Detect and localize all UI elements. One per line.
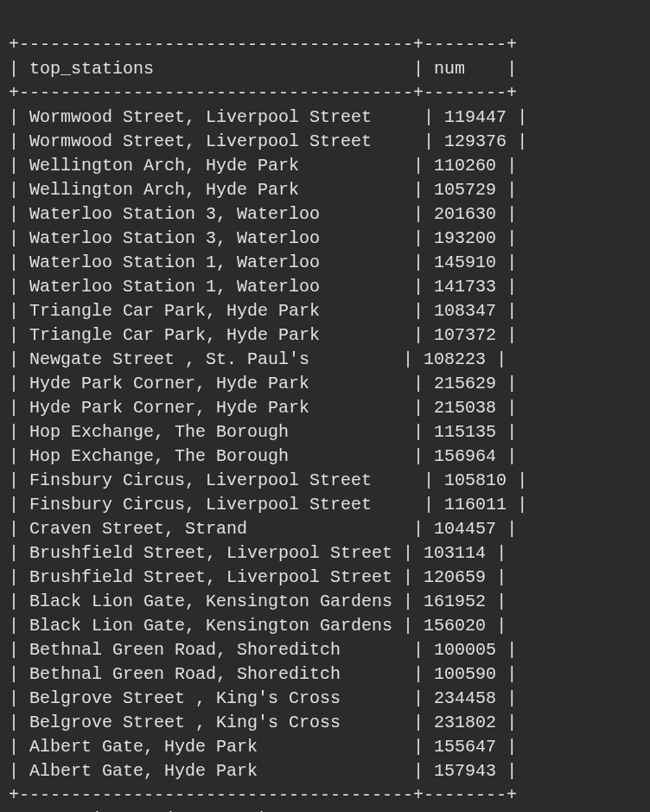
cell-num: 107372 bbox=[434, 325, 496, 345]
cell-station: Brushfield Street, Liverpool Street bbox=[29, 543, 392, 563]
cell-num: 145910 bbox=[434, 253, 496, 272]
cell-station: Waterloo Station 1, Waterloo bbox=[29, 253, 320, 272]
cell-num: 108223 bbox=[424, 349, 486, 369]
cell-station: Wormwood Street, Liverpool Street bbox=[29, 107, 372, 127]
table-row: | Wormwood Street, Liverpool Street | 12… bbox=[9, 131, 527, 151]
cell-station: Hyde Park Corner, Hyde Park bbox=[29, 398, 309, 418]
cell-station: Triangle Car Park, Hyde Park bbox=[29, 325, 320, 345]
cell-num: 215629 bbox=[434, 374, 496, 393]
table-row: | Triangle Car Park, Hyde Park | 107372 … bbox=[9, 325, 517, 345]
cell-station: Craven Street, Strand bbox=[29, 519, 247, 539]
table-row: | Black Lion Gate, Kensington Gardens | … bbox=[9, 591, 507, 611]
cell-station: Wellington Arch, Hyde Park bbox=[29, 180, 299, 200]
cell-num: 108347 bbox=[434, 301, 496, 321]
cell-num: 119447 bbox=[444, 107, 507, 127]
cell-num: 103114 bbox=[424, 543, 486, 563]
cell-num: 161952 bbox=[424, 591, 486, 611]
cell-num: 156964 bbox=[434, 446, 496, 466]
table-row: | Brushfield Street, Liverpool Street | … bbox=[9, 543, 507, 563]
table-row: | Hop Exchange, The Borough | 115135 | bbox=[9, 422, 517, 442]
cell-num: 234458 bbox=[434, 688, 496, 708]
cell-num: 129376 bbox=[444, 131, 507, 151]
table-border-top: +--------------------------------------+… bbox=[9, 35, 517, 54]
cell-station: Hop Exchange, The Borough bbox=[29, 446, 289, 466]
header-col1: top_stations bbox=[29, 59, 154, 79]
cell-num: 105729 bbox=[434, 180, 496, 200]
table-row: | Waterloo Station 3, Waterloo | 193200 … bbox=[9, 228, 517, 248]
cell-num: 157943 bbox=[434, 761, 496, 781]
table-row: | Waterloo Station 3, Waterloo | 201630 … bbox=[9, 204, 517, 224]
cell-num: 110260 bbox=[434, 156, 496, 176]
cell-station: Belgrove Street , King's Cross bbox=[29, 688, 341, 708]
cell-station: Wormwood Street, Liverpool Street bbox=[29, 131, 372, 151]
cell-station: Waterloo Station 3, Waterloo bbox=[29, 204, 320, 224]
header-col2: num bbox=[434, 59, 465, 79]
cell-station: Newgate Street , St. Paul's bbox=[29, 349, 309, 369]
table-row: | Hop Exchange, The Borough | 156964 | bbox=[9, 446, 517, 466]
cell-num: 104457 bbox=[434, 519, 496, 539]
table-row: | Hyde Park Corner, Hyde Park | 215038 | bbox=[9, 398, 517, 418]
cell-station: Finsbury Circus, Liverpool Street bbox=[29, 470, 372, 490]
table-row: | Black Lion Gate, Kensington Gardens | … bbox=[9, 616, 507, 636]
cell-station: Wellington Arch, Hyde Park bbox=[29, 156, 299, 176]
cell-station: Waterloo Station 1, Waterloo bbox=[29, 277, 320, 297]
cell-station: Hop Exchange, The Borough bbox=[29, 422, 289, 442]
table-row: | Finsbury Circus, Liverpool Street | 10… bbox=[9, 470, 527, 490]
table-row: | Bethnal Green Road, Shoreditch | 10059… bbox=[9, 664, 517, 684]
table-border-mid: +--------------------------------------+… bbox=[9, 83, 517, 103]
cell-num: 116011 bbox=[444, 495, 507, 515]
table-row: | Albert Gate, Hyde Park | 155647 | bbox=[9, 737, 517, 757]
table-row: | Finsbury Circus, Liverpool Street | 11… bbox=[9, 495, 527, 515]
cell-station: Belgrove Street , King's Cross bbox=[29, 713, 341, 732]
cell-num: 193200 bbox=[434, 228, 496, 248]
table-row: | Newgate Street , St. Paul's | 108223 | bbox=[9, 349, 507, 369]
table-row: | Wormwood Street, Liverpool Street | 11… bbox=[9, 107, 527, 127]
table-row: | Hyde Park Corner, Hyde Park | 215629 | bbox=[9, 374, 517, 393]
cell-station: Black Lion Gate, Kensington Gardens bbox=[29, 616, 392, 636]
table-row: | Triangle Car Park, Hyde Park | 108347 … bbox=[9, 301, 517, 321]
table-row: | Craven Street, Strand | 104457 | bbox=[9, 519, 517, 539]
cell-num: 100005 bbox=[434, 640, 496, 660]
cell-station: Finsbury Circus, Liverpool Street bbox=[29, 495, 372, 515]
cell-station: Albert Gate, Hyde Park bbox=[29, 761, 258, 781]
cell-station: Albert Gate, Hyde Park bbox=[29, 737, 258, 757]
cell-station: Bethnal Green Road, Shoreditch bbox=[29, 664, 341, 684]
cell-num: 100590 bbox=[434, 664, 496, 684]
table-row: | Brushfield Street, Liverpool Street | … bbox=[9, 567, 507, 587]
header-row: | top_stations | num | bbox=[9, 59, 517, 79]
cell-num: 201630 bbox=[434, 204, 496, 224]
table-row: | Albert Gate, Hyde Park | 157943 | bbox=[9, 761, 517, 781]
table-row: | Bethnal Green Road, Shoreditch | 10000… bbox=[9, 640, 517, 660]
cell-station: Bethnal Green Road, Shoreditch bbox=[29, 640, 341, 660]
cell-station: Brushfield Street, Liverpool Street bbox=[29, 567, 392, 587]
cell-num: 231802 bbox=[434, 713, 496, 732]
cell-num: 115135 bbox=[434, 422, 496, 442]
table-row: | Waterloo Station 1, Waterloo | 141733 … bbox=[9, 277, 517, 297]
table-row: | Wellington Arch, Hyde Park | 105729 | bbox=[9, 180, 517, 200]
cell-num: 215038 bbox=[434, 398, 496, 418]
cell-num: 155647 bbox=[434, 737, 496, 757]
cell-station: Hyde Park Corner, Hyde Park bbox=[29, 374, 309, 393]
cell-num: 141733 bbox=[434, 277, 496, 297]
cell-num: 156020 bbox=[424, 616, 486, 636]
table-row: | Belgrove Street , King's Cross | 23180… bbox=[9, 713, 517, 732]
cell-num: 120659 bbox=[424, 567, 486, 587]
cell-station: Triangle Car Park, Hyde Park bbox=[29, 301, 320, 321]
table-row: | Belgrove Street , King's Cross | 23445… bbox=[9, 688, 517, 708]
sql-output-container: +--------------------------------------+… bbox=[9, 33, 641, 812]
cell-num: 105810 bbox=[444, 470, 507, 490]
cell-station: Waterloo Station 3, Waterloo bbox=[29, 228, 320, 248]
cell-station: Black Lion Gate, Kensington Gardens bbox=[29, 591, 392, 611]
table-row: | Wellington Arch, Hyde Park | 110260 | bbox=[9, 156, 517, 176]
table-row: | Waterloo Station 1, Waterloo | 145910 … bbox=[9, 253, 517, 272]
table-border-bottom: +--------------------------------------+… bbox=[9, 785, 517, 805]
